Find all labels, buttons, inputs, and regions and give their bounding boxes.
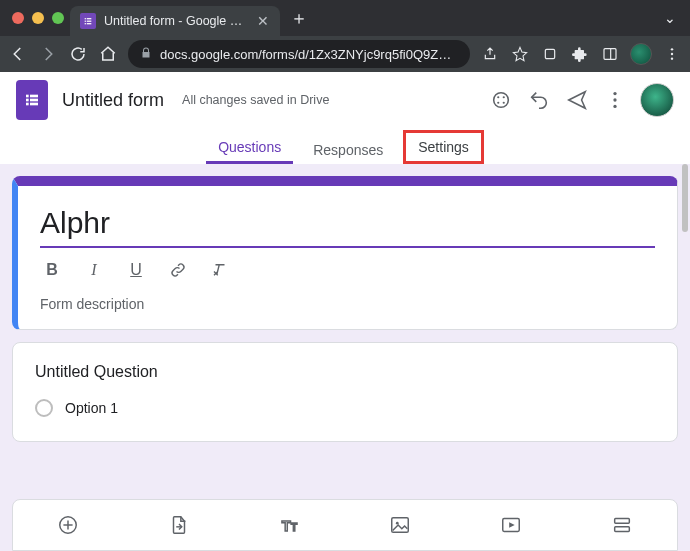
import-questions-button[interactable] [159, 505, 199, 545]
svg-point-20 [503, 96, 505, 98]
minimize-window-button[interactable] [32, 12, 44, 24]
svg-rect-36 [614, 519, 629, 524]
svg-rect-37 [614, 527, 629, 532]
window-controls [8, 12, 70, 24]
svg-rect-12 [26, 95, 29, 98]
form-canvas: B I U Untitled Question Option 1 TT [0, 164, 690, 551]
close-window-button[interactable] [12, 12, 24, 24]
side-panel-icon[interactable] [600, 44, 620, 64]
send-button[interactable] [558, 81, 596, 119]
browser-chrome: Untitled form - Google Forms ✕ ＋ ⌄ docs.… [0, 0, 690, 72]
extensions-puzzle-icon[interactable] [570, 44, 590, 64]
bold-button[interactable]: B [42, 260, 62, 280]
svg-rect-13 [30, 95, 38, 98]
extension-icon[interactable] [540, 44, 560, 64]
svg-point-18 [494, 93, 509, 108]
radio-icon[interactable] [35, 399, 53, 417]
svg-rect-6 [545, 49, 554, 58]
svg-point-22 [503, 102, 505, 104]
close-tab-icon[interactable]: ✕ [256, 14, 270, 28]
underline-button[interactable]: U [126, 260, 146, 280]
svg-rect-17 [30, 103, 38, 106]
option-row: Option 1 [35, 399, 655, 417]
home-button[interactable] [98, 44, 118, 64]
tab-settings[interactable]: Settings [403, 130, 484, 164]
svg-rect-14 [26, 99, 29, 102]
clear-formatting-button[interactable] [210, 260, 230, 280]
svg-point-19 [497, 96, 499, 98]
forward-button[interactable] [38, 44, 58, 64]
tab-title: Untitled form - Google Forms [104, 14, 248, 28]
svg-point-9 [671, 48, 673, 50]
form-tabs: Questions Responses Settings [0, 128, 690, 164]
svg-point-10 [671, 53, 673, 55]
account-avatar[interactable] [640, 83, 674, 117]
add-question-button[interactable] [48, 505, 88, 545]
add-video-button[interactable] [491, 505, 531, 545]
reload-button[interactable] [68, 44, 88, 64]
form-title-input[interactable] [40, 204, 655, 248]
share-icon[interactable] [480, 44, 500, 64]
undo-button[interactable] [520, 81, 558, 119]
svg-rect-0 [85, 18, 86, 19]
maximize-window-button[interactable] [52, 12, 64, 24]
svg-rect-4 [85, 23, 86, 24]
browser-tab[interactable]: Untitled form - Google Forms ✕ [70, 6, 280, 36]
browser-tab-bar: Untitled form - Google Forms ✕ ＋ ⌄ [0, 0, 690, 36]
svg-point-21 [497, 102, 499, 104]
floating-toolbar: TT [12, 499, 678, 551]
rich-text-toolbar: B I U [40, 248, 655, 284]
svg-text:T: T [291, 522, 298, 533]
scrollbar[interactable] [682, 164, 688, 232]
italic-button[interactable]: I [84, 260, 104, 280]
bookmark-star-icon[interactable] [510, 44, 530, 64]
svg-point-23 [613, 92, 616, 95]
svg-point-11 [671, 57, 673, 59]
svg-rect-1 [87, 18, 92, 19]
svg-rect-7 [604, 49, 616, 60]
url-text: docs.google.com/forms/d/1Zx3ZNYjc9rq5fi0… [160, 47, 458, 62]
lock-icon [140, 47, 152, 62]
address-bar[interactable]: docs.google.com/forms/d/1Zx3ZNYjc9rq5fi0… [128, 40, 470, 68]
svg-rect-2 [85, 21, 86, 22]
link-button[interactable] [168, 260, 188, 280]
add-section-button[interactable] [602, 505, 642, 545]
tabs-dropdown-icon[interactable]: ⌄ [658, 10, 682, 26]
tab-responses[interactable]: Responses [301, 136, 395, 164]
svg-point-25 [613, 105, 616, 108]
form-header-card[interactable]: B I U [12, 176, 678, 330]
browser-toolbar: docs.google.com/forms/d/1Zx3ZNYjc9rq5fi0… [0, 36, 690, 72]
back-button[interactable] [8, 44, 28, 64]
new-tab-button[interactable]: ＋ [286, 5, 312, 31]
app-header: Untitled form All changes saved in Drive [0, 72, 690, 128]
svg-text:T: T [281, 518, 290, 534]
svg-rect-5 [87, 23, 92, 24]
document-title[interactable]: Untitled form [62, 90, 164, 111]
svg-rect-16 [26, 103, 29, 106]
browser-menu-icon[interactable] [662, 44, 682, 64]
svg-point-24 [613, 98, 616, 101]
tab-questions[interactable]: Questions [206, 133, 293, 164]
forms-logo-icon[interactable] [16, 80, 48, 120]
svg-rect-15 [30, 99, 38, 102]
form-description-input[interactable] [40, 296, 655, 312]
profile-avatar[interactable] [630, 43, 652, 65]
question-card[interactable]: Untitled Question Option 1 [12, 342, 678, 442]
svg-marker-35 [509, 522, 515, 528]
add-image-button[interactable] [380, 505, 420, 545]
save-status: All changes saved in Drive [182, 93, 329, 107]
svg-rect-32 [392, 518, 409, 533]
more-options-button[interactable] [596, 81, 634, 119]
forms-icon [80, 13, 96, 29]
theme-button[interactable] [482, 81, 520, 119]
option-label[interactable]: Option 1 [65, 400, 118, 416]
add-title-button[interactable]: TT [270, 505, 310, 545]
question-title[interactable]: Untitled Question [35, 363, 655, 381]
svg-rect-3 [87, 21, 92, 22]
